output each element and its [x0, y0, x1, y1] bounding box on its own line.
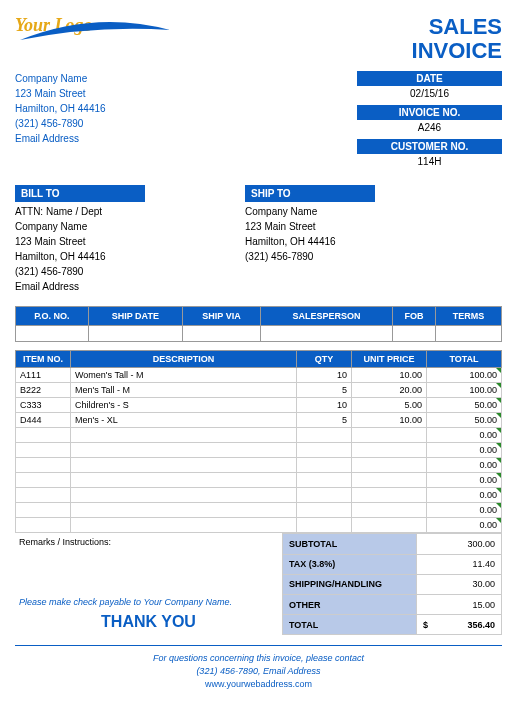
description-header: DESCRIPTION — [71, 351, 297, 368]
from-address: Company Name 123 Main Street Hamilton, O… — [15, 71, 106, 173]
item-row: 0.00 — [16, 518, 502, 533]
totals-table: SUBTOTAL300.00 TAX (3.8%)11.40 SHIPPING/… — [282, 533, 502, 635]
item-row: 0.00 — [16, 443, 502, 458]
ship-to-header: SHIP TO — [245, 185, 375, 202]
other-value: 15.00 — [417, 594, 502, 614]
po-header: P.O. NO. — [16, 307, 89, 326]
tax-label: TAX (3.8%) — [283, 554, 417, 574]
grand-total-value: $356.40 — [417, 615, 502, 635]
item-row: 0.00 — [16, 473, 502, 488]
bill-to-header: BILL TO — [15, 185, 145, 202]
website-link: www.yourwebaddress.com — [15, 678, 502, 691]
other-label: OTHER — [283, 594, 417, 614]
unit-price-header: UNIT PRICE — [352, 351, 427, 368]
tax-value: 11.40 — [417, 554, 502, 574]
salesperson-header: SALESPERSON — [261, 307, 393, 326]
item-row: 0.00 — [16, 428, 502, 443]
qty-header: QTY — [297, 351, 352, 368]
invoice-no-value: A246 — [357, 120, 502, 139]
item-row: 0.00 — [16, 503, 502, 518]
item-row: B222Men's Tall - M520.00100.00 — [16, 383, 502, 398]
invoice-title: SALES INVOICE — [412, 15, 502, 63]
footer-divider — [15, 645, 502, 646]
date-header: DATE — [357, 71, 502, 86]
date-value: 02/15/16 — [357, 86, 502, 105]
shipping-value: 30.00 — [417, 574, 502, 594]
bill-to-block: BILL TO ATTN: Name / Dept Company Name 1… — [15, 185, 145, 294]
items-table: ITEM NO. DESCRIPTION QTY UNIT PRICE TOTA… — [15, 350, 502, 533]
invoice-no-header: INVOICE NO. — [357, 105, 502, 120]
remarks-label: Remarks / Instructions: — [19, 537, 278, 547]
grand-total-label: TOTAL — [283, 615, 417, 635]
customer-no-header: CUSTOMER NO. — [357, 139, 502, 154]
item-row: 0.00 — [16, 488, 502, 503]
customer-no-value: 114H — [357, 154, 502, 173]
footer: For questions concerning this invoice, p… — [15, 652, 502, 690]
ship-via-header: SHIP VIA — [182, 307, 260, 326]
item-row: D444Men's - XL510.0050.00 — [16, 413, 502, 428]
item-no-header: ITEM NO. — [16, 351, 71, 368]
logo-area: Your Logo — [15, 15, 215, 55]
thank-you: THANK YOU — [19, 613, 278, 631]
shipping-label: SHIPPING/HANDLING — [283, 574, 417, 594]
ship-to-block: SHIP TO Company Name 123 Main Street Ham… — [245, 185, 375, 294]
shipping-table: P.O. NO. SHIP DATE SHIP VIA SALESPERSON … — [15, 306, 502, 342]
item-row: C333Children's - S105.0050.00 — [16, 398, 502, 413]
ship-date-header: SHIP DATE — [88, 307, 182, 326]
subtotal-label: SUBTOTAL — [283, 534, 417, 554]
item-row: A111Women's Tall - M1010.00100.00 — [16, 368, 502, 383]
terms-header: TERMS — [436, 307, 502, 326]
item-row: 0.00 — [16, 458, 502, 473]
total-header: TOTAL — [427, 351, 502, 368]
shipping-row — [16, 326, 502, 342]
payable-note: Please make check payable to Your Compan… — [19, 597, 278, 607]
invoice-meta: DATE 02/15/16 INVOICE NO. A246 CUSTOMER … — [357, 71, 502, 173]
subtotal-value: 300.00 — [417, 534, 502, 554]
swoosh-icon — [15, 15, 175, 55]
fob-header: FOB — [392, 307, 435, 326]
